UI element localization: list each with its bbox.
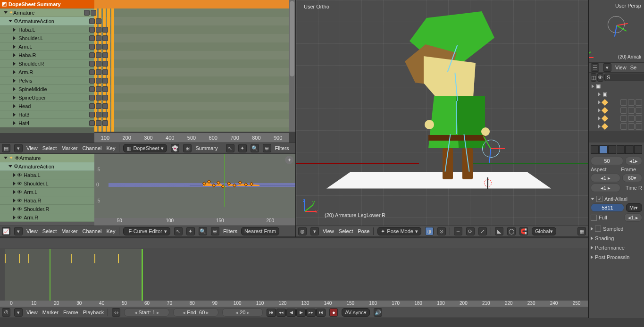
playback-controls[interactable]: ⏮ ◂◂ ◀ ▶ ▸▸ ⏭ <box>267 309 326 317</box>
search-icon[interactable]: 🔍 <box>251 144 259 152</box>
snap-icon[interactable]: 🧲 <box>519 227 528 235</box>
dopesheet-key-area[interactable]: /* drawn below by repeats */ <box>94 0 289 132</box>
frame-one-field[interactable]: ◂1▸ <box>625 157 642 165</box>
viewport-menu-view[interactable]: View <box>323 228 334 234</box>
dopesheet-bone-row[interactable]: Head <box>0 102 94 110</box>
sync-mode-dropdown[interactable]: AV-sync ▾ <box>342 308 370 317</box>
dopesheet-bone-row[interactable]: Hat4 <box>0 119 94 127</box>
normals-icon[interactable]: ◣ <box>495 227 503 235</box>
dopesheet-menu-key[interactable]: Key <box>106 145 115 151</box>
outliner-view-menu[interactable]: View <box>615 65 627 70</box>
dopesheet-bone-row[interactable]: Hat3 <box>0 110 94 119</box>
dopesheet-bone-row[interactable]: SpineUpper <box>0 93 94 102</box>
prev-key-icon[interactable]: ◂◂ <box>276 309 286 317</box>
viewport-mode-dropdown[interactable]: ✦ Pose Mode▾ <box>377 227 421 235</box>
end-frame-field[interactable]: ◂ End: 60 ▸ <box>173 308 218 317</box>
aa-panel-header[interactable]: Anti-Aliasi <box>591 196 642 202</box>
graph-bone-row[interactable]: 👁 Shoulder.R <box>0 205 94 213</box>
tab-world-icon[interactable] <box>617 145 625 154</box>
graph-ruler[interactable]: 50100150200 <box>94 218 295 226</box>
aspect-y-field[interactable]: ◂1.▸ <box>591 184 620 192</box>
dopesheet-summary-row[interactable]: ◩DopeSheet Summary <box>0 0 94 8</box>
play-rev-icon[interactable]: ◀ <box>286 309 296 317</box>
tab-mod-icon[interactable] <box>634 145 642 154</box>
graph-snap-dropdown[interactable]: Nearest Fram <box>241 227 279 235</box>
select-icon[interactable] <box>628 99 635 106</box>
dopesheet-menu-select[interactable]: Select <box>42 145 57 151</box>
dopesheet-scroll-v[interactable] <box>289 0 295 132</box>
outliner-row[interactable]: ▣ <box>589 90 644 98</box>
performance-panel-header[interactable]: Performance <box>591 245 642 251</box>
graph-bone-row[interactable]: 👁 Haba.L <box>0 171 94 179</box>
timeline-menu-playback[interactable]: Playback <box>83 310 104 315</box>
dopesheet-bone-row[interactable]: Arm.R <box>0 68 94 76</box>
full-sample-checkbox[interactable] <box>591 215 597 221</box>
frame-val-field[interactable]: 60 ▾ <box>622 174 642 182</box>
dopesheet-bone-row[interactable]: SpineMiddle <box>0 85 94 93</box>
render-icon[interactable] <box>636 123 642 130</box>
full-val-field[interactable]: ◂1.▸ <box>624 213 642 222</box>
graph-bone-row[interactable]: 👁 Arm.R <box>0 213 94 222</box>
properties-tabs[interactable] <box>591 145 642 154</box>
gizmo-rotate-icon[interactable]: ⟳ <box>466 227 475 235</box>
expand-icon[interactable]: ▾ <box>14 144 23 152</box>
dopesheet-mode-dropdown[interactable]: ▥ DopeSheet▾ <box>123 144 167 152</box>
dopesheet-ruler[interactable]: 100200300400500600700800900 <box>94 133 289 143</box>
outliner-search-input[interactable] <box>604 74 644 81</box>
graph-bone-row[interactable]: 👁 Haba.R <box>0 196 94 205</box>
graph-mode-dropdown[interactable]: F-Curve Editor▾ <box>123 227 170 235</box>
summary-label[interactable]: Summary <box>195 145 217 151</box>
render-icon[interactable] <box>636 115 642 122</box>
gizmo-translate-icon[interactable]: ↔ <box>454 227 462 235</box>
dopesheet-bone-row[interactable]: Shoulder.L <box>0 34 94 42</box>
graph-menu-marker[interactable]: Marker <box>61 228 77 234</box>
person-icon[interactable]: ✦ <box>238 144 247 152</box>
eye-icon[interactable] <box>620 123 627 130</box>
tab-object-icon[interactable] <box>625 145 633 154</box>
dopesheet-menu-view[interactable]: View <box>26 145 38 151</box>
outliner-row[interactable] <box>589 106 644 114</box>
dopesheet-bone-row[interactable]: Pelvis <box>0 76 94 85</box>
eye-icon[interactable] <box>620 115 627 122</box>
graph-action-row[interactable]: ⚙ ArmatureAction <box>0 162 94 171</box>
eye-icon[interactable] <box>620 107 627 114</box>
person-icon[interactable]: ✦ <box>186 227 195 235</box>
expand-icon[interactable]: ▾ <box>603 63 611 72</box>
current-frame-field[interactable]: ◂ 20 ▸ <box>222 308 263 317</box>
outliner-row[interactable] <box>589 122 644 130</box>
cursor-icon[interactable]: ↖ <box>174 227 183 235</box>
timeline-canvas[interactable] <box>0 249 588 301</box>
dopesheet-bone-row[interactable]: Arm.L <box>0 42 94 51</box>
graph-menu-key[interactable]: Key <box>106 228 115 234</box>
shading-solid-icon[interactable]: ◑ <box>425 227 434 235</box>
shading-panel-header[interactable]: Shading <box>591 235 642 241</box>
graph-bone-row[interactable]: 👁 Arm.L <box>0 188 94 196</box>
editor-type-dopesheet-icon[interactable]: ▤ <box>2 144 10 152</box>
outliner-search-menu[interactable]: Se <box>630 65 636 70</box>
dopesheet-action-row[interactable]: ⚙ ArmatureAction <box>0 17 94 25</box>
select-icon[interactable] <box>628 123 635 130</box>
orientation-dropdown[interactable]: Global ▾ <box>532 227 556 235</box>
outliner-row[interactable] <box>589 98 644 106</box>
expand-icon[interactable]: ▾ <box>310 227 319 235</box>
proportional-icon[interactable]: ◯ <box>507 227 516 235</box>
resolution-pct-field[interactable]: 50 <box>591 157 623 165</box>
play-icon[interactable]: ▶ <box>296 309 306 317</box>
dopesheet-menu-channel[interactable]: Channel <box>82 145 101 151</box>
samples-mode-dropdown[interactable]: Mi▾ <box>626 203 642 212</box>
aa-checkbox[interactable] <box>596 196 602 202</box>
editor-type-graph-icon[interactable]: 📈 <box>2 227 10 235</box>
timeline-menu-view[interactable]: View <box>26 310 38 315</box>
editor-type-outliner-icon[interactable]: ☰ <box>591 63 599 72</box>
outliner-row[interactable] <box>589 114 644 122</box>
start-frame-field[interactable]: ◂ Start: 1 ▸ <box>124 308 169 317</box>
graph-add-modifier-icon[interactable]: ＋ <box>285 156 293 164</box>
samples-field[interactable]: 5811 <box>591 203 624 212</box>
editor-type-timeline-icon[interactable]: ⏱ <box>2 308 10 317</box>
plus-icon[interactable]: ⊕ <box>211 227 219 235</box>
expand-icon[interactable]: ▾ <box>14 308 23 317</box>
next-key-icon[interactable]: ▸▸ <box>306 309 316 317</box>
eye-icon[interactable] <box>620 99 627 106</box>
graph-playhead[interactable] <box>224 154 225 207</box>
ghost-icon[interactable]: 👻 <box>171 144 179 152</box>
